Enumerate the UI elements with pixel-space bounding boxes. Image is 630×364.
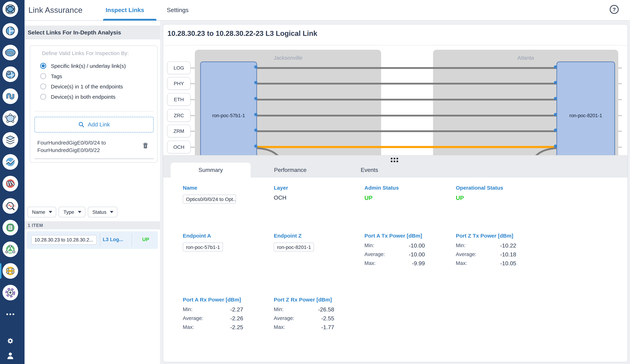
more-ellipsis-icon[interactable] — [2, 309, 18, 320]
shql-icon[interactable]: SHQL — [2, 45, 18, 60]
operational-status-value: UP — [456, 194, 503, 201]
stub — [190, 115, 195, 116]
radio-icon — [40, 94, 46, 100]
stub — [190, 131, 195, 132]
stub — [618, 131, 622, 132]
summary-content: Name Optics0/0/0/24 to Opt... Layer OCH … — [163, 178, 628, 362]
port-z-tx-avg: -10.18 — [500, 251, 516, 258]
radio-specific-links[interactable]: Specific link(s) / underlay link(s) — [40, 63, 126, 69]
endpoint-dot[interactable] — [254, 113, 258, 116]
link-list-item[interactable]: 10.28.30.23 to 10.28.30.2... L3 Log... U… — [27, 231, 158, 249]
search-icon — [78, 121, 84, 128]
field-port-a-tx-power: Port A Tx Power [dBm] Min:-10.00 Average… — [364, 233, 425, 269]
items-count: 1 ITEM — [24, 221, 160, 229]
name-input[interactable]: Optics0/0/0/24 to Opt... — [183, 194, 236, 203]
port-a-tx-avg: -10.00 — [409, 251, 425, 258]
tab-settings[interactable]: Settings — [167, 0, 188, 21]
tab-summary[interactable]: Summary — [171, 163, 251, 178]
endpoint-a-input[interactable]: ron-poc-57b1-1 — [183, 243, 223, 251]
link-definition-card: Define Valid Links For Inspection By: Sp… — [30, 45, 158, 163]
tab-inspect-links[interactable]: Inspect Links — [106, 0, 144, 21]
anomaly-search-icon[interactable] — [2, 198, 18, 214]
endpoint-dot[interactable] — [554, 97, 557, 100]
polygon-graph-icon[interactable] — [2, 110, 18, 126]
radio-device-both-endpoints[interactable]: Device(s) in both endpoints — [40, 94, 116, 100]
field-port-a-rx-power: Port A Rx Power [dBm] Min:-2.27 Average:… — [183, 297, 243, 333]
stub — [190, 67, 195, 68]
port-a-rx-min: -2.27 — [230, 307, 243, 313]
layers-icon[interactable] — [2, 132, 18, 148]
endpoint-dot[interactable] — [554, 65, 557, 68]
tab-events[interactable]: Events — [330, 163, 409, 178]
endpoint-dot[interactable] — [254, 144, 258, 148]
settings-gear-icon[interactable] — [2, 335, 18, 347]
trend-line-icon[interactable] — [2, 154, 18, 170]
stub — [190, 147, 195, 148]
endpoint-dot[interactable] — [254, 65, 258, 68]
device-z[interactable]: ron-poc-8201-1 — [556, 61, 615, 155]
dashboard-icon[interactable] — [2, 23, 18, 39]
layer-chip-log[interactable]: LOG — [167, 61, 190, 74]
selected-link-text: FourHundredGigE0/0/0/24 to FourHundredGi… — [37, 139, 126, 154]
filter-row: Name Type Status — [28, 207, 118, 217]
loop-tool-icon[interactable] — [2, 88, 18, 104]
link-selection-panel: Select Links For In-Depth Analysis Defin… — [24, 21, 160, 364]
top-header: Link Assurance Inspect Links Settings ? — [24, 0, 630, 21]
endpoint-dot[interactable] — [254, 81, 258, 84]
link-zrc[interactable] — [257, 115, 557, 116]
port-a-tx-min: -10.00 — [409, 243, 425, 249]
link-eth[interactable] — [257, 99, 557, 100]
filter-status-dropdown[interactable]: Status — [88, 207, 117, 217]
device-a[interactable]: ron-poc-57b1-1 — [200, 61, 257, 155]
add-tool-icon[interactable] — [2, 285, 18, 300]
panel-title: Select Links For In-Depth Analysis — [24, 25, 160, 39]
port-z-tx-max: -10.05 — [500, 260, 516, 267]
endpoint-dot[interactable] — [554, 113, 557, 116]
endpoint-dot[interactable] — [554, 81, 557, 84]
endpoint-z-input[interactable]: ron-poc-8201-1 — [274, 243, 314, 251]
time-globe-icon[interactable] — [2, 66, 18, 82]
link-name-chip[interactable]: 10.28.30.23 to 10.28.30.2... — [31, 235, 97, 245]
filter-type-dropdown[interactable]: Type — [59, 207, 85, 217]
delete-link-icon[interactable] — [142, 142, 149, 150]
layer-chip-eth[interactable]: ETH — [167, 93, 190, 106]
app-logo-icon[interactable] — [2, 1, 18, 17]
filter-name-dropdown[interactable]: Name — [28, 207, 56, 217]
add-link-button[interactable]: Add Link — [34, 117, 154, 133]
tab-performance[interactable]: Performance — [251, 163, 330, 178]
field-operational-status: Operational Status UP — [456, 185, 503, 201]
report-icon[interactable] — [2, 220, 18, 235]
link-zrm[interactable] — [257, 130, 557, 132]
link-phy[interactable] — [257, 83, 557, 84]
endpoint-dot[interactable] — [554, 144, 557, 148]
user-icon[interactable] — [2, 350, 18, 362]
link-log[interactable] — [257, 67, 557, 69]
divider — [34, 158, 154, 159]
radio-tags[interactable]: Tags — [40, 73, 62, 79]
port-z-tx-min: -10.22 — [500, 243, 516, 249]
field-admin-status: Admin Status UP — [364, 185, 399, 201]
help-icon[interactable]: ? — [610, 5, 618, 14]
layer-chip-zrc[interactable]: ZRC — [167, 109, 190, 122]
layer-value: OCH — [274, 194, 288, 201]
dominoes-icon[interactable] — [2, 176, 18, 191]
field-endpoint-a: Endpoint A ron-poc-57b1-1 — [183, 233, 223, 251]
endpoint-dot[interactable] — [254, 128, 258, 132]
triangle-network-icon[interactable] — [2, 241, 18, 257]
radio-device-one-endpoint[interactable]: Device(s) in 1 of the endpoints — [40, 83, 123, 89]
stub — [618, 67, 622, 68]
endpoint-dot[interactable] — [254, 97, 258, 100]
layer-chip-phy[interactable]: PHY — [167, 77, 190, 90]
link-assurance-icon[interactable] — [2, 263, 18, 279]
link-och-selected[interactable] — [257, 146, 557, 148]
stub — [618, 115, 622, 116]
layer-chip-zrm[interactable]: ZRM — [167, 125, 190, 137]
link-status: UP — [142, 236, 149, 242]
layer-chip-och[interactable]: OCH — [167, 141, 190, 153]
endpoint-dot[interactable] — [554, 128, 557, 132]
link-title: 10.28.30.23 to 10.28.30.22-23 L3 Logical… — [168, 29, 317, 38]
define-label: Define Valid Links For Inspection By: — [42, 50, 129, 56]
resize-handle[interactable] — [391, 158, 398, 162]
active-tab-underline — [103, 19, 156, 21]
chevron-down-icon — [49, 211, 52, 213]
